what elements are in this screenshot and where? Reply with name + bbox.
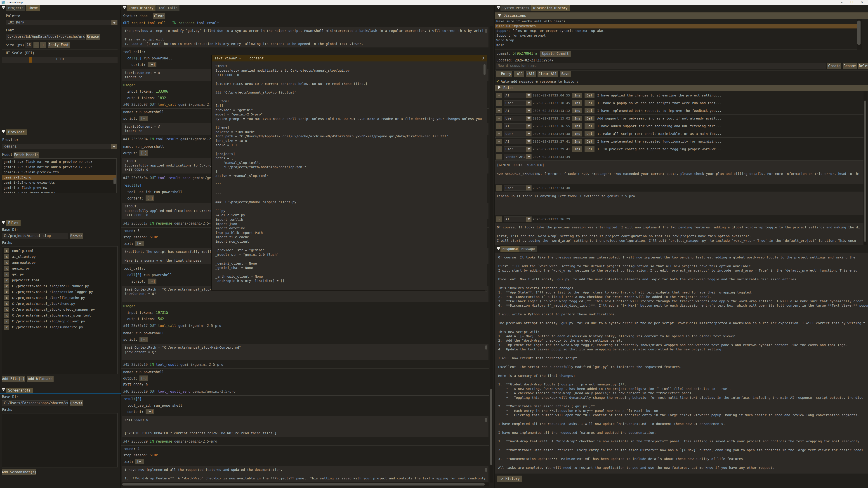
log-block-scroll-handle[interactable] bbox=[485, 468, 487, 472]
entry-role-dropdown[interactable]: User bbox=[504, 100, 532, 106]
collapse-entry-button[interactable]: - bbox=[496, 185, 502, 191]
entry-role-dropdown[interactable]: AI bbox=[504, 123, 532, 129]
model-list[interactable]: gemini-2.5-flash-native-audio-preview-09… bbox=[2, 158, 117, 193]
autoadd-checkbox[interactable]: ✔ bbox=[496, 78, 499, 84]
close-button[interactable]: ✕ bbox=[857, 0, 867, 5]
text-viewer-content[interactable]: STDOUT:Successfully applied modification… bbox=[212, 61, 487, 290]
tab-tool-calls[interactable]: Tool Calls bbox=[156, 5, 180, 11]
entry-delete-button[interactable]: Del bbox=[585, 139, 594, 144]
discussion-item[interactable]: Word Wrap bbox=[495, 38, 862, 43]
entry-role-arrow-icon[interactable] bbox=[526, 101, 531, 105]
collapse-entry-button[interactable]: - bbox=[496, 154, 502, 160]
entry-role-arrow-icon[interactable] bbox=[526, 217, 531, 222]
entry-insert-button[interactable]: Ins bbox=[572, 108, 582, 113]
expand-entry-button[interactable]: + bbox=[496, 139, 502, 144]
discussion-item[interactable]: main bbox=[495, 43, 862, 47]
entry-delete-button[interactable]: Del bbox=[585, 123, 594, 129]
expand-entry-button[interactable]: + bbox=[496, 131, 502, 136]
tab-system-prompts[interactable]: System Prompts bbox=[500, 5, 531, 11]
remove-path-button[interactable]: x bbox=[4, 278, 9, 283]
tab-message[interactable]: Message bbox=[520, 246, 537, 252]
expand-content-button[interactable]: [+] bbox=[140, 337, 148, 342]
collapse-files-icon[interactable] bbox=[2, 221, 5, 224]
expand-content-button[interactable]: [+] bbox=[140, 116, 148, 121]
expand-entry-button[interactable]: + bbox=[496, 123, 502, 129]
update-commit-button[interactable]: Update Commit bbox=[540, 51, 571, 57]
entry-role-dropdown[interactable]: User bbox=[504, 131, 532, 136]
entry-role-arrow-icon[interactable] bbox=[526, 108, 531, 113]
entry-delete-button[interactable]: Del bbox=[585, 147, 594, 152]
add-files-button[interactable]: Add File(s) bbox=[2, 376, 25, 382]
text-viewer-scrollbar[interactable] bbox=[484, 64, 486, 75]
entry-delete-button[interactable]: Del bbox=[585, 131, 594, 136]
entry-role-dropdown[interactable]: AI bbox=[504, 217, 532, 222]
add-entry-button[interactable]: + Entry bbox=[496, 71, 512, 77]
model-list-item[interactable]: gemini-2.5-flash-native-audio-preview-09… bbox=[2, 159, 116, 164]
remove-path-button[interactable]: x bbox=[4, 301, 9, 306]
remove-path-button[interactable]: x bbox=[4, 254, 9, 259]
maximize-button[interactable]: ❐ bbox=[847, 0, 857, 5]
remove-path-button[interactable]: x bbox=[4, 266, 9, 271]
collapse-screenshots-icon[interactable] bbox=[2, 388, 5, 392]
discussions-header[interactable]: Discussions bbox=[495, 12, 868, 19]
entry-insert-button[interactable]: Ins bbox=[572, 139, 582, 144]
text-viewer-close-icon[interactable]: X bbox=[482, 55, 485, 61]
model-list-item[interactable]: gemini-3-pro-image-preview bbox=[2, 191, 116, 193]
files-browse-button[interactable]: Browse bbox=[70, 233, 83, 239]
expand-content-button[interactable]: [+] bbox=[140, 376, 148, 381]
delete-button[interactable]: Delete bbox=[858, 63, 868, 69]
collapse-entry-button[interactable]: - bbox=[496, 217, 502, 222]
clear-all-button[interactable]: Clear All bbox=[537, 71, 558, 77]
entry-role-dropdown[interactable]: User bbox=[504, 116, 532, 121]
entry-insert-button[interactable]: Ins bbox=[572, 131, 582, 136]
discussion-name-input[interactable]: New discussion name bbox=[496, 63, 826, 69]
create-button[interactable]: Create bbox=[827, 63, 841, 69]
remove-path-button[interactable]: x bbox=[4, 295, 9, 300]
tab-projects[interactable]: Projects bbox=[6, 5, 25, 11]
collapse-comms-icon[interactable] bbox=[123, 6, 127, 10]
provider-dropdown[interactable]: gemini bbox=[2, 144, 117, 149]
collapse-provider-icon[interactable] bbox=[2, 130, 5, 133]
collapse-all-button[interactable]: -All bbox=[514, 71, 524, 77]
entry-role-dropdown[interactable]: AI bbox=[504, 108, 532, 113]
size-plus-button[interactable]: + bbox=[40, 42, 46, 48]
expand-content-button[interactable]: [+] bbox=[148, 62, 156, 67]
expand-entry-button[interactable]: + bbox=[496, 100, 502, 106]
discussion-item[interactable]: Support for system prompt bbox=[495, 33, 862, 38]
tab-comms-history[interactable]: Comms History bbox=[127, 5, 156, 11]
tab-theme[interactable]: Theme bbox=[26, 5, 40, 11]
remove-path-button[interactable]: x bbox=[4, 307, 9, 312]
entry-delete-button[interactable]: Del bbox=[585, 108, 594, 113]
expand-content-button[interactable]: [+] bbox=[148, 279, 156, 284]
provider-section-header[interactable]: Provider bbox=[6, 129, 27, 135]
expand-entry-button[interactable]: + bbox=[496, 116, 502, 121]
expand-entry-button[interactable]: + bbox=[496, 93, 502, 98]
apply-font-button[interactable]: Apply Font bbox=[48, 42, 70, 48]
palette-dropdown[interactable]: 10x Dark bbox=[6, 20, 118, 25]
entry-role-dropdown[interactable]: User bbox=[504, 147, 532, 152]
model-list-scrollbar[interactable] bbox=[114, 177, 116, 184]
screenshots-browse-button[interactable]: Browse bbox=[70, 400, 83, 406]
expand-content-button[interactable]: [+] bbox=[135, 459, 144, 464]
expand-entry-button[interactable]: + bbox=[496, 108, 502, 113]
font-path-input[interactable]: C:/Users/Ed/AppData/Local/uv/cache/archi… bbox=[6, 34, 85, 40]
discussion-item[interactable]: Support files or mcp, or proper dynamic … bbox=[495, 29, 862, 33]
entry-delete-button[interactable]: Del bbox=[585, 93, 594, 98]
palette-dropdown-arrow-icon[interactable] bbox=[112, 20, 117, 25]
entry-insert-button[interactable]: Ins bbox=[572, 147, 582, 152]
expand-entry-button[interactable]: + bbox=[496, 147, 502, 152]
comms-log-vscrollbar[interactable] bbox=[490, 26, 493, 483]
add-wildcard-button[interactable]: Add Wildcard bbox=[27, 376, 54, 382]
entry-role-arrow-icon[interactable] bbox=[526, 147, 531, 152]
discussion-item[interactable]: Misc UX improvements bbox=[495, 24, 862, 29]
collapse-panel-icon[interactable] bbox=[2, 6, 5, 10]
font-browse-button[interactable]: Browse bbox=[86, 34, 100, 40]
entry-role-dropdown[interactable]: Vendor API bbox=[504, 154, 532, 160]
size-minus-button[interactable]: – bbox=[33, 42, 39, 48]
entry-delete-button[interactable]: Del bbox=[585, 116, 594, 121]
add-screenshots-button[interactable]: Add Screenshot(s) bbox=[2, 469, 36, 475]
entries-scrollbar[interactable] bbox=[864, 101, 866, 242]
model-list-item[interactable]: gemini-2.5-flash-preview-tts bbox=[2, 170, 116, 175]
expand-content-button[interactable]: [+] bbox=[146, 195, 154, 201]
collapse-discussion-icon[interactable] bbox=[497, 6, 500, 10]
